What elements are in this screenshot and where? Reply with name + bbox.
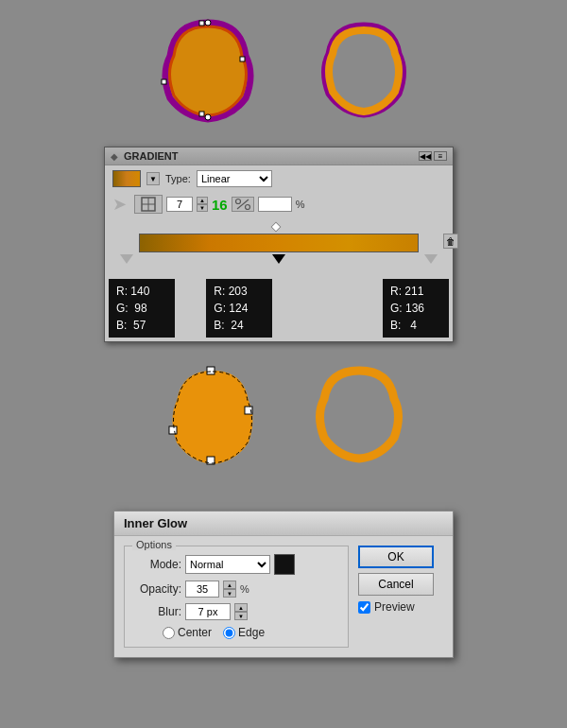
opacity-stepper-up[interactable]: ▲ — [223, 581, 236, 589]
svg-point-10 — [245, 205, 249, 210]
edge-radio-label[interactable]: Edge — [223, 626, 265, 639]
stepper-up[interactable]: ▲ — [197, 197, 208, 204]
blur-stepper-up[interactable]: ▲ — [234, 603, 248, 612]
top-canvas — [0, 0, 567, 142]
svg-rect-2 — [199, 112, 204, 116]
opacity-input[interactable]: 35 — [185, 581, 219, 598]
center-radio[interactable] — [163, 627, 175, 639]
delete-stop-btn[interactable]: 🗑 — [443, 234, 458, 249]
blur-row: Blur: 7 px ▲ ▼ — [134, 603, 338, 620]
opacity-label: Opacity: — [134, 582, 181, 596]
preview-checkbox[interactable] — [358, 601, 370, 614]
svg-rect-15 — [169, 426, 177, 434]
options-legend: Options — [132, 539, 176, 550]
svg-rect-1 — [240, 57, 245, 61]
number-input[interactable]: 7 — [166, 197, 193, 212]
radio-group: Center Edge — [134, 626, 338, 639]
gradient-panel-title: GRADIENT — [124, 150, 178, 162]
percent-input[interactable] — [258, 197, 292, 212]
shape-right-mid — [312, 363, 406, 470]
percent-sign: % — [296, 199, 305, 210]
dialog-right: OK Cancel Preview — [358, 546, 443, 648]
color-readouts: R: 140G: 98B: 57 R: 203G: 124B: 24 R: 21… — [105, 275, 453, 341]
color-readout-right: R: 211G: 136B: 4 — [383, 279, 449, 338]
gradient-panel: ◆ GRADIENT ◀◀ ≡ ▼ Type: Linear Radial ➤ … — [104, 147, 454, 342]
options-group: Options Mode: Normal Multiply Screen Opa… — [124, 546, 349, 648]
dialog-titlebar: Inner Glow — [114, 511, 453, 536]
opacity-row: Opacity: 35 ▲ ▼ % — [134, 581, 338, 598]
green-number: 16 — [212, 197, 228, 213]
mid-canvas — [0, 350, 567, 482]
panel-collapse-btn[interactable]: ◀◀ — [419, 151, 432, 161]
svg-line-11 — [237, 199, 249, 209]
ok-button[interactable]: OK — [358, 546, 434, 568]
dialog-left: Options Mode: Normal Multiply Screen Opa… — [124, 546, 349, 648]
type-label: Type: — [165, 173, 191, 184]
gradient-row2: ➤ 7 ▲ ▼ 16 % — [105, 192, 453, 217]
svg-rect-3 — [162, 79, 166, 84]
gradient-bar-area: 🗑 — [105, 217, 453, 275]
cancel-button[interactable]: Cancel — [358, 573, 434, 596]
gradient-row1: ▼ Type: Linear Radial — [105, 165, 453, 192]
percent-icon[interactable] — [232, 197, 254, 212]
type-select[interactable]: Linear Radial — [197, 170, 272, 187]
center-radio-label[interactable]: Center — [163, 626, 212, 639]
mode-select[interactable]: Normal Multiply Screen — [185, 555, 270, 574]
stop-triangle-right[interactable] — [424, 254, 438, 264]
edge-radio[interactable] — [223, 627, 235, 639]
svg-point-5 — [205, 114, 211, 120]
blur-stepper-down[interactable]: ▼ — [234, 612, 248, 620]
svg-point-4 — [205, 20, 211, 26]
blur-label: Blur: — [134, 605, 181, 618]
number-stepper[interactable]: ▲ ▼ — [197, 197, 208, 212]
gradient-bar[interactable] — [139, 234, 419, 252]
gradient-swatch[interactable] — [112, 170, 141, 187]
svg-rect-12 — [207, 367, 215, 374]
color-readout-mid: R: 203G: 124B: 24 — [206, 279, 272, 338]
midpoint-diamond[interactable] — [271, 221, 282, 232]
cursor-arrow-icon: ➤ — [112, 194, 127, 215]
glow-color-swatch[interactable] — [274, 554, 295, 575]
cursor-tool-icon[interactable] — [134, 195, 163, 214]
opacity-percent: % — [240, 583, 249, 595]
blur-stepper[interactable]: ▲ ▼ — [234, 603, 248, 620]
gradient-panel-titlebar: ◆ GRADIENT ◀◀ ≡ — [105, 147, 453, 165]
svg-rect-0 — [199, 21, 204, 26]
mode-row: Mode: Normal Multiply Screen — [134, 554, 338, 575]
edge-label: Edge — [238, 626, 265, 639]
shape-left-mid — [161, 360, 265, 472]
preview-label: Preview — [374, 600, 415, 614]
mode-label: Mode: — [134, 558, 181, 571]
center-label: Center — [178, 626, 212, 639]
inner-glow-dialog: Inner Glow Options Mode: Normal Multiply… — [113, 511, 454, 658]
dialog-body: Options Mode: Normal Multiply Screen Opa… — [114, 536, 453, 657]
shape-left-top — [156, 13, 260, 130]
stepper-down[interactable]: ▼ — [197, 204, 208, 212]
stop-triangle-left[interactable] — [120, 254, 133, 264]
svg-point-9 — [235, 199, 240, 204]
gradient-swatch-arrow[interactable]: ▼ — [146, 172, 160, 185]
stop-triangle-mid[interactable] — [272, 254, 285, 264]
opacity-stepper[interactable]: ▲ ▼ — [223, 581, 236, 598]
opacity-stepper-down[interactable]: ▼ — [223, 589, 236, 598]
preview-row: Preview — [358, 600, 443, 614]
panel-menu-btn[interactable]: ≡ — [434, 151, 447, 161]
color-readout-left: R: 140G: 98B: 57 — [109, 279, 175, 338]
shape-right-top — [317, 18, 411, 125]
blur-input[interactable]: 7 px — [185, 603, 231, 620]
